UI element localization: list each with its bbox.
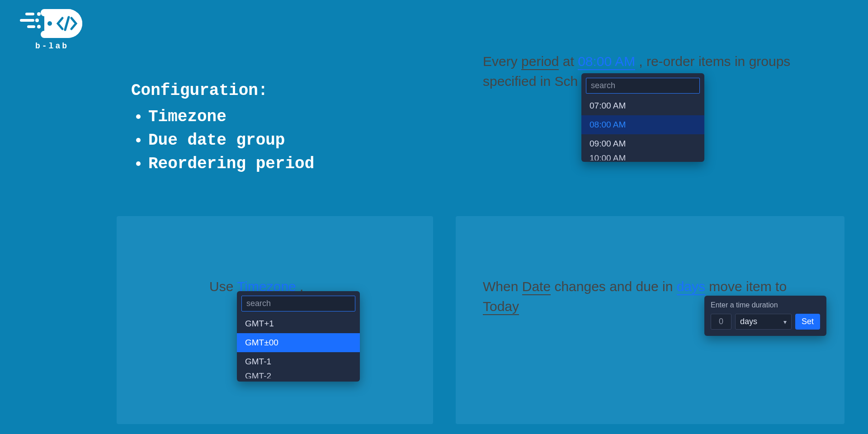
timezone-option[interactable]: GMT-1: [237, 352, 360, 371]
panel-timezone-text: Use Timezone .: [117, 216, 433, 297]
date-field[interactable]: Date: [522, 279, 551, 295]
config-item-timezone: Timezone: [148, 105, 314, 129]
time-search-input[interactable]: [586, 78, 700, 94]
svg-point-4: [35, 19, 39, 22]
text-fragment: at: [559, 54, 578, 69]
duration-set-button[interactable]: Set: [795, 314, 820, 330]
duration-unit-select[interactable]: days ▾: [735, 314, 792, 330]
text-fragment: When: [483, 279, 522, 294]
duration-label: Enter a time duration: [711, 301, 820, 309]
duration-number-input[interactable]: [711, 314, 731, 330]
configuration-block: Configuration: Timezone Due date group R…: [131, 81, 314, 176]
time-dropdown[interactable]: 07:00 AM 08:00 AM 09:00 AM 10:00 AM: [581, 73, 704, 162]
time-option[interactable]: 07:00 AM: [581, 96, 704, 115]
days-field[interactable]: days: [677, 279, 705, 295]
timezone-dropdown[interactable]: GMT+1 GMT±00 GMT-1 GMT-2: [237, 291, 360, 382]
timezone-option[interactable]: GMT+1: [237, 314, 360, 333]
time-field[interactable]: 08:00 AM: [578, 54, 635, 70]
text-fragment: move item to: [705, 279, 787, 294]
config-item-reordering-period: Reordering period: [148, 152, 314, 176]
timezone-option[interactable]: GMT-2: [237, 371, 360, 378]
duration-unit-value: days: [740, 317, 757, 326]
svg-point-5: [37, 25, 41, 28]
period-field[interactable]: period: [521, 54, 559, 70]
svg-rect-1: [20, 19, 34, 22]
time-option-selected[interactable]: 08:00 AM: [581, 115, 704, 134]
timezone-option-highlighted[interactable]: GMT±00: [237, 333, 360, 352]
svg-rect-0: [25, 13, 34, 15]
today-field[interactable]: Today: [483, 299, 519, 315]
time-option[interactable]: 10:00 AM: [581, 153, 704, 160]
duration-popover[interactable]: Enter a time duration days ▾ Set: [704, 296, 826, 336]
svg-point-3: [37, 12, 41, 16]
text-fragment: Every: [483, 54, 521, 69]
logo: b-lab: [18, 8, 86, 51]
configuration-heading: Configuration:: [131, 81, 314, 100]
chevron-down-icon: ▾: [783, 318, 787, 326]
text-fragment: Use: [209, 279, 237, 294]
logo-icon: [18, 8, 86, 40]
configuration-list: Timezone Due date group Reordering perio…: [131, 105, 314, 176]
config-item-due-date-group: Due date group: [148, 129, 314, 152]
svg-point-6: [47, 21, 52, 26]
timezone-search-input[interactable]: [241, 296, 355, 311]
logo-text: b-lab: [35, 42, 69, 51]
time-option[interactable]: 09:00 AM: [581, 134, 704, 153]
text-fragment: changes and due in: [551, 279, 677, 294]
svg-rect-2: [27, 25, 35, 28]
